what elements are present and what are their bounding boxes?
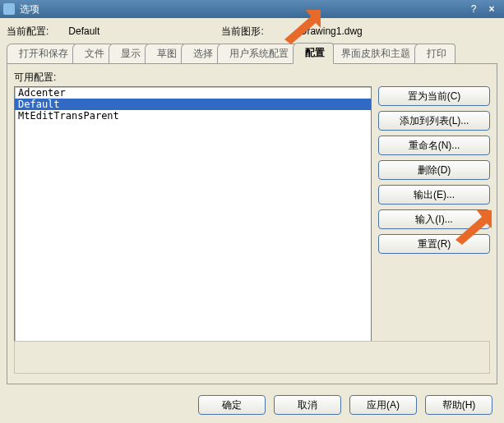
titlebar-close-button[interactable]: × — [483, 2, 501, 16]
tab-selection[interactable]: 选择 — [181, 44, 222, 63]
titlebar-help-button[interactable]: ? — [465, 2, 483, 16]
list-item[interactable]: Default — [15, 99, 371, 110]
set-current-button[interactable]: 置为当前(C) — [378, 86, 490, 106]
import-button[interactable]: 输入(I)... — [378, 209, 490, 229]
tab-open-save[interactable]: 打开和保存 — [7, 44, 77, 63]
tab-skin-theme[interactable]: 界面皮肤和主题 — [329, 44, 419, 63]
available-profiles-label: 可用配置: — [14, 71, 490, 85]
dialog-footer: 确定 取消 应用(A) 帮助(H) — [198, 395, 492, 415]
apply-button[interactable]: 应用(A) — [349, 395, 417, 415]
current-profile-label: 当前配置: — [7, 25, 49, 39]
profiles-listbox[interactable]: Adcenter Default MtEditTransParent — [14, 86, 372, 349]
title-bar: 选项 ? × — [0, 0, 504, 18]
tab-print[interactable]: 打印 — [414, 44, 455, 63]
help-button[interactable]: 帮助(H) — [425, 395, 492, 415]
cancel-button[interactable]: 取消 — [274, 395, 341, 415]
reset-button[interactable]: 重置(R) — [378, 234, 490, 254]
tab-display[interactable]: 显示 — [109, 44, 150, 63]
tab-profiles[interactable]: 配置 — [293, 43, 334, 64]
delete-button[interactable]: 删除(D) — [378, 160, 490, 180]
profile-buttons-column: 置为当前(C) 添加到列表(L)... 重命名(N)... 删除(D) 输出(E… — [378, 86, 490, 349]
header-info-row: 当前配置: Default 当前图形: Drawing1.dwg — [7, 23, 497, 39]
export-button[interactable]: 输出(E)... — [378, 185, 490, 205]
app-icon — [3, 3, 15, 15]
rename-button[interactable]: 重命名(N)... — [378, 136, 490, 155]
current-drawing-value: Drawing1.dwg — [300, 25, 363, 37]
list-item[interactable]: MtEditTransParent — [15, 110, 371, 122]
tab-files[interactable]: 文件 — [72, 44, 113, 63]
add-to-list-button[interactable]: 添加到列表(L)... — [378, 111, 490, 131]
client-area: 当前配置: Default 当前图形: Drawing1.dwg 打开和保存 文… — [0, 18, 504, 423]
current-profile-value: Default — [68, 25, 99, 37]
current-drawing-label: 当前图形: — [221, 25, 263, 39]
list-item[interactable]: Adcenter — [15, 87, 371, 99]
ok-button[interactable]: 确定 — [198, 395, 266, 415]
tab-strip: 打开和保存 文件 显示 草图 选择 用户系统配置 配置 界面皮肤和主题 打印 — [7, 44, 497, 64]
tab-user-prefs[interactable]: 用户系统配置 — [217, 44, 298, 63]
description-panel — [14, 341, 490, 374]
window-title: 选项 — [20, 2, 39, 16]
tab-page-profiles: 可用配置: Adcenter Default MtEditTransParent… — [7, 64, 497, 384]
tab-drafting[interactable]: 草图 — [145, 44, 186, 63]
